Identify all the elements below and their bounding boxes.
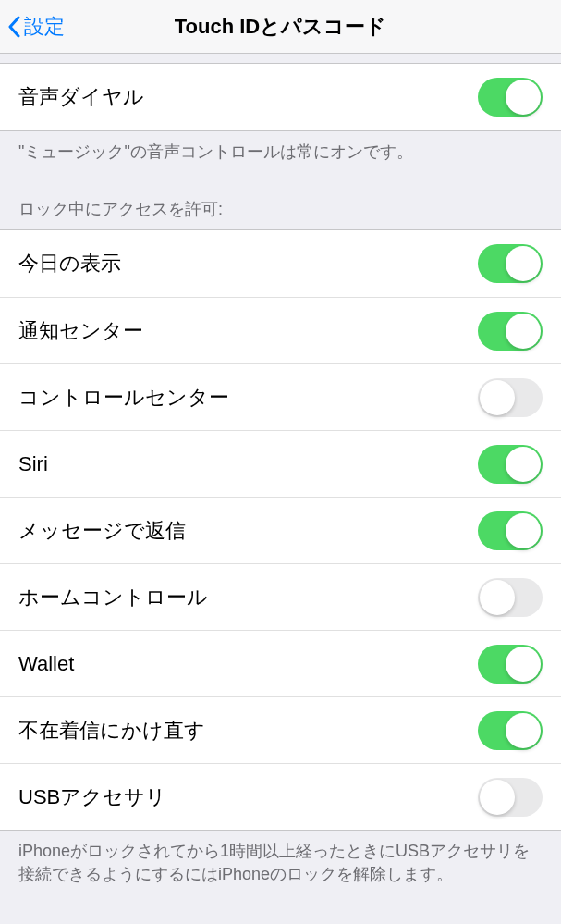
toggle-knob bbox=[480, 380, 515, 415]
toggle-knob bbox=[480, 580, 515, 615]
usb-accessories-label: USBアクセサリ bbox=[18, 783, 166, 811]
today-view-toggle[interactable] bbox=[478, 244, 543, 283]
toggle-knob bbox=[506, 314, 541, 349]
voice-dial-footer: "ミュージック"の音声コントロールは常にオンです。 bbox=[0, 131, 561, 178]
usb-accessories-row: USBアクセサリ bbox=[0, 763, 561, 830]
toggle-knob bbox=[506, 447, 541, 482]
lock-access-header: ロック中にアクセスを許可: bbox=[0, 178, 561, 229]
control-center-toggle[interactable] bbox=[478, 378, 543, 417]
lock-access-group: 今日の表示 通知センター コントロールセンター Siri メッセージで返信 ホー… bbox=[0, 229, 561, 831]
notification-center-row: 通知センター bbox=[0, 297, 561, 363]
wallet-toggle[interactable] bbox=[478, 645, 543, 684]
back-button[interactable]: 設定 bbox=[0, 13, 65, 41]
return-missed-calls-label: 不在着信にかけ直す bbox=[18, 717, 205, 745]
chevron-left-icon bbox=[7, 16, 20, 38]
toggle-knob bbox=[506, 513, 541, 548]
reply-with-message-row: メッセージで返信 bbox=[0, 497, 561, 563]
voice-dial-row: 音声ダイヤル bbox=[0, 64, 561, 130]
toggle-knob bbox=[506, 246, 541, 281]
back-label: 設定 bbox=[24, 13, 65, 41]
return-missed-calls-toggle[interactable] bbox=[478, 711, 543, 750]
wallet-label: Wallet bbox=[18, 652, 74, 676]
control-center-label: コントロールセンター bbox=[18, 384, 229, 412]
voice-dial-group: 音声ダイヤル bbox=[0, 63, 561, 131]
today-view-row: 今日の表示 bbox=[0, 230, 561, 297]
siri-toggle[interactable] bbox=[478, 445, 543, 484]
today-view-label: 今日の表示 bbox=[18, 250, 121, 277]
home-control-row: ホームコントロール bbox=[0, 563, 561, 630]
usb-accessories-toggle[interactable] bbox=[478, 778, 543, 817]
home-control-label: ホームコントロール bbox=[18, 584, 208, 611]
reply-with-message-label: メッセージで返信 bbox=[18, 517, 186, 545]
navigation-bar: 設定 Touch IDとパスコード bbox=[0, 0, 561, 54]
toggle-knob bbox=[506, 80, 541, 115]
usb-accessories-footer: iPhoneがロックされてから1時間以上経ったときにUSBアクセサリを接続できる… bbox=[0, 831, 561, 900]
toggle-knob bbox=[506, 713, 541, 748]
reply-with-message-toggle[interactable] bbox=[478, 511, 543, 550]
control-center-row: コントロールセンター bbox=[0, 363, 561, 430]
toggle-knob bbox=[506, 647, 541, 682]
wallet-row: Wallet bbox=[0, 630, 561, 696]
notification-center-label: 通知センター bbox=[18, 317, 143, 345]
voice-dial-label: 音声ダイヤル bbox=[18, 83, 144, 111]
home-control-toggle[interactable] bbox=[478, 578, 543, 617]
voice-dial-toggle[interactable] bbox=[478, 78, 543, 117]
siri-row: Siri bbox=[0, 430, 561, 497]
notification-center-toggle[interactable] bbox=[478, 312, 543, 351]
page-title: Touch IDとパスコード bbox=[175, 13, 386, 41]
return-missed-calls-row: 不在着信にかけ直す bbox=[0, 696, 561, 763]
toggle-knob bbox=[480, 780, 515, 815]
siri-label: Siri bbox=[18, 452, 48, 476]
